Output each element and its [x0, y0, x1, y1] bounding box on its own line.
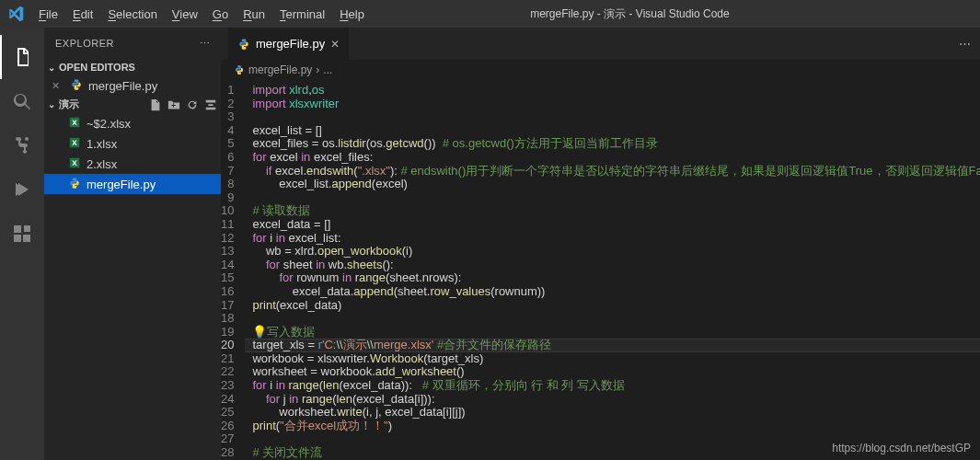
file-name: 1.xlsx [86, 137, 117, 151]
line-numbers: 1234567891011121314151617181920212223242… [221, 80, 245, 460]
new-file-icon[interactable] [149, 98, 162, 111]
sidebar-header: EXPLORER ⋯ [44, 28, 221, 59]
chevron-down-icon: ⌄ [48, 63, 55, 73]
open-editor-filename: mergeFile.py [88, 79, 157, 93]
tab-mergefile[interactable]: mergeFile.py ✕ [228, 28, 350, 60]
tab-actions: ⋯ [959, 28, 980, 60]
breadcrumb-more: ... [323, 63, 332, 76]
menu-selection[interactable]: Selection [100, 0, 164, 28]
menu-run[interactable]: Run [236, 0, 272, 28]
menu-items: FileEditSelectionViewGoRunTerminalHelp [31, 0, 372, 28]
folder-name: 演示 [59, 98, 79, 109]
open-editors-section[interactable]: ⌄ OPEN EDITORS [44, 59, 221, 75]
open-editor-file[interactable]: ✕ mergeFile.py [44, 75, 221, 96]
code-content[interactable]: import xlrd,osimport xlsxwriter excel_li… [245, 80, 980, 460]
file-list: ~$2.xlsx1.xlsx2.xlsxmergeFile.py [44, 113, 221, 194]
menu-view[interactable]: View [165, 0, 205, 28]
close-icon[interactable]: ✕ [52, 80, 60, 92]
python-file-icon [70, 78, 85, 93]
activitybar [0, 28, 44, 460]
activity-run-icon[interactable] [0, 167, 44, 212]
python-file-icon [68, 177, 83, 191]
activity-scm-icon[interactable] [0, 123, 44, 167]
open-editors-label: OPEN EDITORS [59, 62, 135, 73]
menu-file[interactable]: File [31, 0, 65, 28]
excel-file-icon [68, 116, 83, 131]
breadcrumb[interactable]: mergeFile.py › ... [221, 60, 980, 80]
sidebar: EXPLORER ⋯ ⌄ OPEN EDITORS ✕ mergeFile.py… [44, 28, 221, 460]
tab-label: mergeFile.py [256, 37, 325, 51]
breadcrumb-file: mergeFile.py [248, 63, 312, 76]
file-item[interactable]: mergeFile.py [44, 174, 221, 194]
file-name: 2.xlsx [86, 157, 117, 171]
excel-file-icon [68, 136, 83, 151]
excel-file-icon [68, 156, 83, 171]
menu-help[interactable]: Help [332, 0, 372, 28]
tab-bar: mergeFile.py ✕ ⋯ [221, 28, 980, 60]
activity-explorer-icon[interactable] [0, 35, 44, 79]
menu-terminal[interactable]: Terminal [272, 0, 332, 28]
main-area: EXPLORER ⋯ ⌄ OPEN EDITORS ✕ mergeFile.py… [0, 28, 980, 460]
activity-search-icon[interactable] [0, 79, 44, 123]
refresh-icon[interactable] [186, 98, 199, 111]
menubar: FileEditSelectionViewGoRunTerminalHelp m… [0, 0, 980, 28]
activity-extensions-icon[interactable] [0, 212, 44, 256]
window-title: mergeFile.py - 演示 - Visual Studio Code [372, 6, 888, 22]
code-editor[interactable]: 1234567891011121314151617181920212223242… [221, 80, 980, 460]
menu-edit[interactable]: Edit [65, 0, 100, 28]
file-item[interactable]: 2.xlsx [44, 154, 221, 174]
folder-actions [149, 98, 217, 111]
file-item[interactable]: ~$2.xlsx [44, 113, 221, 133]
python-file-icon [234, 64, 245, 75]
new-folder-icon[interactable] [167, 98, 180, 111]
editor-area: mergeFile.py ✕ ⋯ mergeFile.py › ... 1234… [221, 28, 980, 460]
vscode-logo-icon [0, 6, 31, 22]
chevron-down-icon: ⌄ [48, 99, 55, 109]
close-tab-icon[interactable]: ✕ [330, 38, 340, 51]
menu-go[interactable]: Go [205, 0, 236, 28]
breadcrumb-sep: › [316, 63, 319, 76]
more-icon[interactable]: ⋯ [200, 38, 211, 50]
folder-section[interactable]: ⌄演示 [44, 96, 221, 113]
file-name: mergeFile.py [86, 178, 156, 191]
more-icon[interactable]: ⋯ [959, 37, 971, 51]
file-name: ~$2.xlsx [86, 117, 131, 131]
file-item[interactable]: 1.xlsx [44, 133, 221, 154]
explorer-label: EXPLORER [55, 38, 114, 49]
collapse-icon[interactable] [204, 98, 217, 111]
python-file-icon [237, 38, 250, 51]
